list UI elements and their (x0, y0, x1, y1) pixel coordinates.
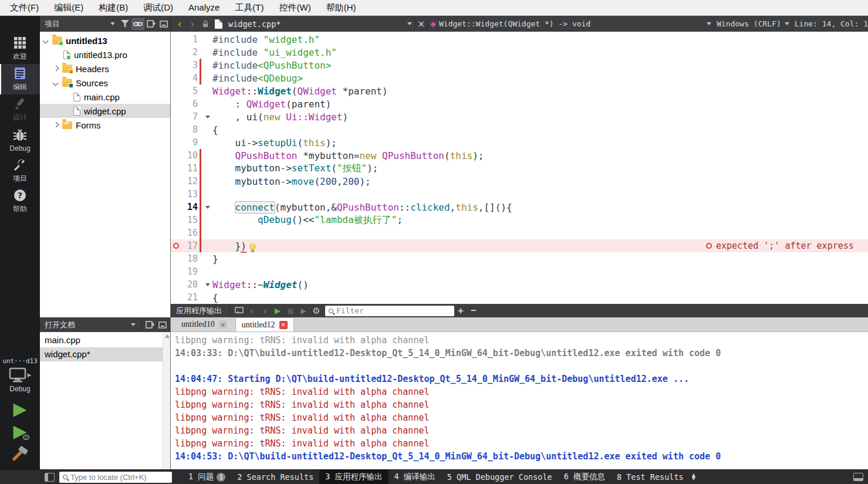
kit-selector-button[interactable]: ▶ (9, 367, 32, 383)
menu-item[interactable]: 编辑(E) (46, 0, 91, 15)
open-document-item[interactable]: widget.cpp* (40, 347, 170, 361)
code-line[interactable]: 21{ (171, 291, 868, 304)
output-pane-button[interactable]: 5 QML Debugger Console (441, 470, 558, 484)
code-line[interactable]: 10 QPushButton *mybutton=new QPushButton… (171, 149, 868, 162)
zoom-out-button[interactable]: − (467, 305, 480, 317)
symbol-dropdown-icon[interactable] (707, 22, 711, 25)
code-line[interactable]: 19 (171, 265, 868, 278)
code-line[interactable]: 2#include "ui_widget.h" (171, 46, 868, 59)
code-line[interactable]: 18} (171, 252, 868, 265)
code-line[interactable]: 20Widget::~Widget() (171, 278, 868, 291)
code-line[interactable]: 5Widget::Widget(QWidget *parent) (171, 84, 868, 97)
tree-item[interactable]: Sources (40, 76, 170, 90)
close-tab-button[interactable]: × (279, 321, 288, 329)
output-run-tab[interactable]: untitled10× (175, 317, 233, 331)
code-line[interactable]: 1#include "widget.h" (171, 33, 868, 46)
zoom-in-button[interactable]: + (454, 305, 467, 317)
locator-input[interactable]: Type to locate (Ctrl+K) (59, 472, 172, 483)
fold-marker-icon[interactable] (203, 283, 212, 286)
close-docs-pane-button[interactable] (156, 319, 169, 331)
tree-item[interactable]: untitled13 (40, 33, 170, 48)
run-button[interactable]: ▶ (13, 399, 26, 419)
menu-item[interactable]: 调试(D) (136, 0, 181, 15)
fold-marker-icon[interactable] (203, 206, 212, 209)
close-tab-button[interactable]: × (219, 320, 227, 329)
output-pane-button[interactable]: 1 问题1 (183, 470, 231, 484)
output-panes-nav-icon[interactable]: ▲▼ (692, 473, 695, 480)
split-button[interactable] (144, 18, 157, 30)
document-dropdown-icon[interactable] (407, 22, 412, 25)
documents-scrollbar[interactable] (163, 332, 170, 469)
navigation-view-combo[interactable]: 项目 (40, 16, 119, 32)
code-line[interactable]: 16 (171, 226, 868, 239)
line-ending-selector[interactable]: Windows (CRLF) (717, 19, 781, 28)
output-run-tab[interactable]: untitled12× (235, 317, 294, 331)
sync-with-editor-button[interactable] (131, 18, 144, 30)
menu-item[interactable]: 帮助(H) (319, 0, 364, 15)
previous-item-button[interactable]: ‹ (245, 305, 258, 317)
output-pane-button[interactable]: 6 概要信息 (558, 470, 611, 484)
code-line[interactable]: 9 ui->setupUi(this); (171, 136, 868, 149)
menu-item[interactable]: 控件(W) (272, 0, 319, 15)
attach-to-process-button[interactable] (232, 307, 245, 314)
fold-marker-icon[interactable] (203, 116, 212, 119)
application-output[interactable]: libpng warning: tRNS: invalid with alpha… (171, 332, 868, 469)
chevron-down-icon[interactable] (53, 80, 58, 85)
code-line[interactable]: 11 mybutton->setText("按钮"); (171, 162, 868, 175)
output-pane-button[interactable]: 2 Search Results (231, 470, 319, 484)
lightbulb-icon[interactable] (249, 243, 256, 250)
code-line[interactable]: 15 qDebug()<<"lambda被执行了"; (171, 214, 868, 226)
close-document-button[interactable]: × (417, 19, 425, 29)
code-line[interactable]: 17 })expected ';' after express (171, 239, 868, 252)
tree-item[interactable]: untitled13.pro (40, 48, 170, 62)
stop-button[interactable]: ■ (284, 307, 297, 315)
line-ending-dropdown-icon[interactable] (785, 22, 789, 25)
code-line[interactable]: 12 mybutton->move(200,200); (171, 175, 868, 188)
current-symbol-label[interactable]: Widget::Widget(QWidget *) -> void (436, 19, 593, 28)
code-line[interactable]: 14 connect(mybutton,&QPushButton::clicke… (171, 201, 868, 214)
menu-item[interactable]: 文件(F) (2, 0, 46, 15)
mode-projects[interactable]: 项目 (0, 155, 40, 186)
tree-item[interactable]: Forms (40, 118, 170, 132)
code-line[interactable]: 3#include<QPushButton> (171, 59, 868, 72)
menu-item[interactable]: Analyze (181, 0, 227, 15)
code-line[interactable]: 4#include<QDebug> (171, 72, 868, 84)
chevron-down-icon[interactable] (43, 38, 48, 43)
code-line[interactable]: 13 (171, 188, 868, 201)
split-docs-button[interactable] (143, 319, 156, 331)
rerun-debug-button[interactable]: ▶ (297, 307, 310, 315)
code-line[interactable]: 8{ (171, 123, 868, 136)
close-pane-button[interactable] (157, 18, 170, 30)
tree-item[interactable]: main.cpp (40, 90, 170, 104)
mode-edit[interactable]: 编辑 (0, 64, 40, 94)
mode-help[interactable]: ? 帮助 (0, 186, 40, 216)
code-line[interactable]: 6 : QWidget(parent) (171, 97, 868, 110)
open-document-item[interactable]: main.cpp (40, 333, 170, 347)
mode-welcome[interactable]: 欢迎 (0, 33, 40, 64)
output-pane-button[interactable]: 3 应用程序输出 (319, 470, 388, 484)
tree-item[interactable]: widget.cpp (40, 104, 170, 118)
code-line[interactable]: 7 , ui(new Ui::Widget) (171, 110, 868, 123)
rerun-button[interactable]: ▶ (271, 306, 284, 315)
toggle-sidebar-button[interactable] (45, 473, 55, 482)
tree-item[interactable]: Headers (40, 62, 170, 76)
output-filter-box[interactable]: Filter (325, 306, 454, 316)
go-forward-button[interactable]: › (186, 18, 199, 30)
output-settings-button[interactable]: ⚙ (310, 306, 323, 316)
output-pane-button[interactable]: 4 编译输出 (389, 470, 441, 484)
menu-item[interactable]: 构建(B) (91, 0, 136, 15)
toggle-output-pane-button[interactable] (853, 473, 863, 481)
open-documents-combo-icon[interactable] (131, 323, 136, 326)
filter-tree-button[interactable] (119, 18, 131, 30)
open-document-name[interactable]: widget.cpp* (225, 19, 284, 29)
chevron-right-icon[interactable] (53, 123, 58, 127)
run-debug-button[interactable]: ▶ (13, 421, 26, 441)
code-editor[interactable]: 1#include "widget.h"2#include "ui_widget… (171, 32, 868, 304)
output-pane-button[interactable]: 8 Test Results (611, 470, 690, 484)
menu-item[interactable]: 工具(T) (227, 0, 271, 15)
go-back-button[interactable]: ‹ (173, 18, 186, 30)
build-button[interactable] (11, 446, 29, 463)
next-item-button[interactable]: › (258, 305, 271, 317)
chevron-right-icon[interactable] (53, 66, 58, 71)
mode-debug[interactable]: Debug (0, 125, 40, 155)
